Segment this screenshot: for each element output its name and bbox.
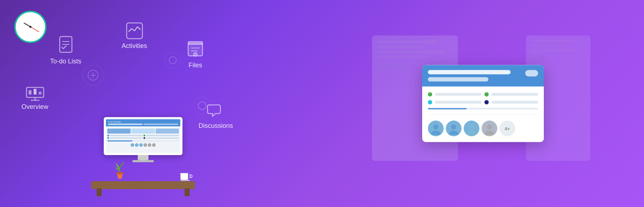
dot-green-mid [484,92,489,97]
svg-point-24 [469,125,474,130]
dot-green [428,92,432,97]
card-divider [428,115,538,115]
svg-point-25 [467,131,476,135]
feature-todo: To-do Lists [50,36,81,65]
files-label-text: Files [189,62,202,69]
svg-point-27 [485,131,494,135]
avatar-overflow-label: 4+ [505,126,510,131]
card-avatars: 4+ [428,118,538,136]
avatar-overflow: 4+ [499,121,515,136]
avatar-1 [428,121,444,136]
svg-point-17 [169,57,176,64]
header-toggle [525,70,538,77]
header-bar-2 [428,77,488,82]
svg-point-20 [433,125,438,130]
svg-point-22 [451,125,456,130]
card-row-1 [428,92,538,97]
svg-rect-13 [34,89,36,95]
svg-rect-12 [29,90,31,95]
todo-label-text: To-do Lists [50,58,81,65]
feature-activities: Activities [122,21,147,50]
feature-overview: Overview [21,82,48,111]
line-3 [435,101,482,104]
discussions-label-text: Discussions [199,122,233,129]
desk-legs [97,188,190,196]
coffee-cup [180,173,190,181]
avatar-4 [482,121,497,136]
monitor-stand [138,155,148,160]
desk-leg-left [97,188,102,196]
monitor-screen: Project Manager [104,117,182,155]
header-bar-1 [428,70,511,74]
card-row-2 [428,100,538,105]
desk-surface [91,181,195,189]
svg-point-8 [194,53,197,56]
svg-point-23 [449,131,458,135]
svg-rect-14 [39,92,42,95]
monitor-base [132,160,154,162]
card-body: 4+ [422,87,544,142]
main-card: 4+ [422,65,544,142]
line-1 [435,93,482,96]
avatar-3 [464,121,479,136]
monitor: Project Manager [104,117,182,162]
dot-teal [428,100,432,105]
clock-icon [14,11,47,43]
line-4 [492,101,538,104]
desk-illustration: Project Manager [86,82,200,196]
line-2 [492,93,538,96]
plant-decoration [113,160,127,181]
right-section: 4+ [322,0,644,207]
dot-navy [484,100,489,105]
svg-point-26 [487,125,492,130]
feature-files: Files [186,39,205,69]
svg-rect-18 [116,172,123,174]
progress-fill [428,108,467,110]
desk-leg-right [185,188,190,196]
activities-label-text: Activities [122,42,147,49]
progress-bar [428,108,538,110]
avatar-2 [446,121,462,136]
svg-rect-5 [188,42,203,44]
overview-label-text: Overview [21,103,48,110]
left-section: To-do Lists Activities Files [0,0,322,207]
mockup-container: 4+ [394,18,572,189]
bg-circle-3 [165,52,181,68]
svg-point-21 [431,131,440,135]
card-header [422,65,544,87]
